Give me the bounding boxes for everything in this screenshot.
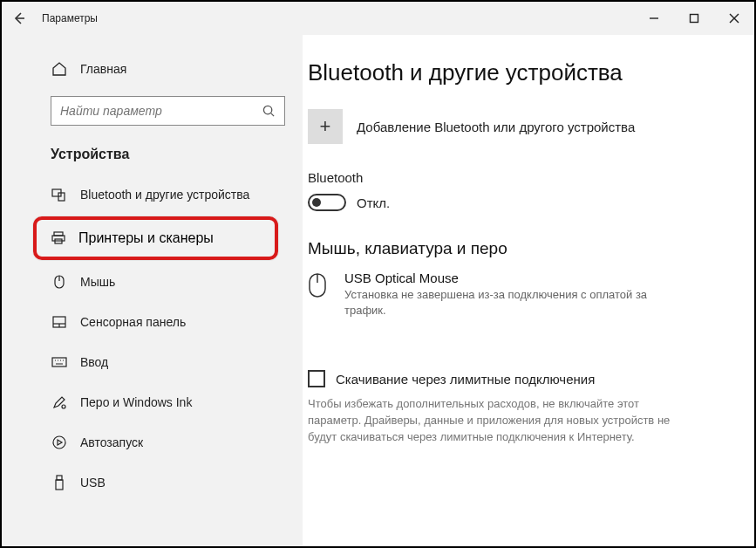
svg-rect-8 <box>54 232 63 236</box>
sidebar-item-label: USB <box>80 476 106 490</box>
section-title: Устройства <box>2 138 303 175</box>
touchpad-icon <box>51 315 68 329</box>
bluetooth-label: Bluetooth <box>308 170 730 185</box>
search-icon <box>262 105 276 118</box>
sidebar-item-autoplay[interactable]: Автозапуск <box>2 422 303 462</box>
sidebar-item-typing[interactable]: Ввод <box>2 342 303 382</box>
sidebar-item-mouse[interactable]: Мышь <box>2 262 303 302</box>
home-icon <box>51 61 68 77</box>
add-device-tile[interactable]: + <box>308 109 343 144</box>
autoplay-icon <box>51 435 68 450</box>
pen-icon <box>51 394 68 410</box>
sidebar-item-touchpad[interactable]: Сенсорная панель <box>2 302 303 342</box>
printer-icon <box>51 230 66 246</box>
sidebar-item-label: Ввод <box>80 355 108 369</box>
svg-rect-16 <box>52 358 66 366</box>
window-title: Параметры <box>42 12 98 24</box>
add-device-row[interactable]: + Добавление Bluetooth или другого устро… <box>308 109 730 144</box>
close-icon <box>729 13 739 24</box>
body: Главная Устройства Bluetooth и другие ус… <box>2 35 754 546</box>
device-row[interactable]: USB Optical Mouse Установка не завершена… <box>308 271 730 318</box>
search-input[interactable] <box>60 104 262 118</box>
usb-icon <box>51 475 68 490</box>
svg-point-23 <box>53 436 65 449</box>
mouse-device-icon <box>308 272 332 298</box>
metered-checkbox-row[interactable]: Скачивание через лимитные подключения <box>308 370 730 387</box>
sidebar-item-label: Автозапуск <box>80 435 143 449</box>
sidebar-item-label: Bluetooth и другие устройства <box>80 188 249 202</box>
maximize-button[interactable] <box>674 2 714 35</box>
sidebar-item-label: Сенсорная панель <box>80 315 186 329</box>
subheading-input-devices: Мышь, клавиатура и перо <box>308 239 730 258</box>
metered-label: Скачивание через лимитные подключения <box>336 372 595 387</box>
search-box[interactable] <box>51 96 285 126</box>
svg-rect-9 <box>52 236 65 241</box>
sidebar: Главная Устройства Bluetooth и другие ус… <box>2 35 303 546</box>
svg-point-22 <box>62 405 65 408</box>
home-label: Главная <box>80 62 126 76</box>
minimize-icon <box>649 13 659 24</box>
device-name: USB Optical Mouse <box>344 271 730 285</box>
svg-rect-1 <box>691 15 698 23</box>
mouse-icon <box>51 274 68 290</box>
titlebar: Параметры <box>2 2 754 35</box>
device-info: USB Optical Mouse Установка не завершена… <box>344 271 730 318</box>
svg-rect-24 <box>57 476 62 480</box>
bluetooth-toggle[interactable] <box>308 194 346 211</box>
home-link[interactable]: Главная <box>2 54 303 84</box>
devices-icon <box>51 187 68 202</box>
metered-help-text: Чтобы избежать дополнительных расходов, … <box>308 396 691 446</box>
sidebar-item-usb[interactable]: USB <box>2 462 303 503</box>
plus-icon: + <box>320 115 331 138</box>
svg-rect-25 <box>56 480 63 490</box>
sidebar-item-pen[interactable]: Перо и Windows Ink <box>2 382 303 422</box>
minimize-button[interactable] <box>634 2 674 35</box>
svg-point-4 <box>263 106 271 113</box>
maximize-icon <box>689 13 699 24</box>
keyboard-icon <box>51 356 68 368</box>
bluetooth-state: Откл. <box>357 195 390 210</box>
sidebar-item-bluetooth[interactable]: Bluetooth и другие устройства <box>2 175 303 215</box>
sidebar-item-printers[interactable]: Принтеры и сканеры <box>33 216 278 260</box>
settings-window: Параметры Главная Устройства <box>0 0 756 548</box>
add-device-label: Добавление Bluetooth или другого устройс… <box>357 120 635 134</box>
sidebar-item-label: Мышь <box>80 275 115 289</box>
svg-line-5 <box>271 113 274 115</box>
close-button[interactable] <box>714 2 754 35</box>
metered-checkbox[interactable] <box>308 370 325 387</box>
bluetooth-toggle-row: Откл. <box>308 194 730 211</box>
device-status: Установка не завершена из-за подключения… <box>344 287 658 318</box>
sidebar-item-label: Перо и Windows Ink <box>80 395 192 409</box>
back-button[interactable] <box>2 2 37 35</box>
content-pane: Bluetooth и другие устройства + Добавлен… <box>303 35 754 546</box>
sidebar-item-label: Принтеры и сканеры <box>78 230 214 246</box>
window-controls <box>634 2 754 35</box>
back-arrow-icon <box>12 11 26 25</box>
page-title: Bluetooth и другие устройства <box>308 59 730 86</box>
